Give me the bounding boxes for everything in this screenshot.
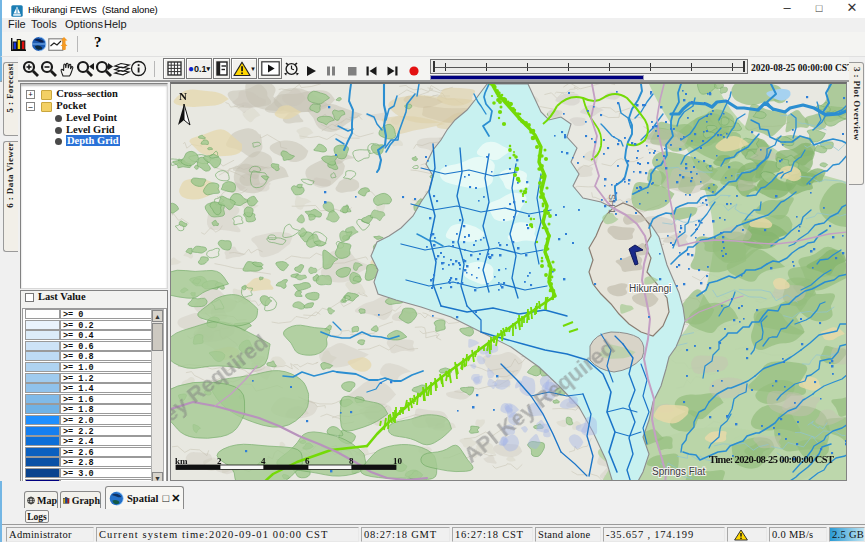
svg-text:8: 8: [349, 456, 354, 466]
svg-text:10: 10: [393, 456, 403, 466]
svg-text:N: N: [179, 90, 187, 102]
svg-text:4: 4: [261, 456, 266, 466]
svg-text:6: 6: [305, 456, 310, 466]
svg-text:km: km: [175, 456, 188, 466]
svg-text:Hikurangi: Hikurangi: [629, 283, 671, 294]
svg-text:Springs Flat: Springs Flat: [652, 466, 706, 477]
svg-text:2: 2: [217, 456, 222, 466]
svg-text:Time: 2020-08-25 00:00:00 CST: Time: 2020-08-25 00:00:00 CST: [709, 454, 834, 465]
svg-text:SH 1: SH 1: [607, 194, 617, 214]
